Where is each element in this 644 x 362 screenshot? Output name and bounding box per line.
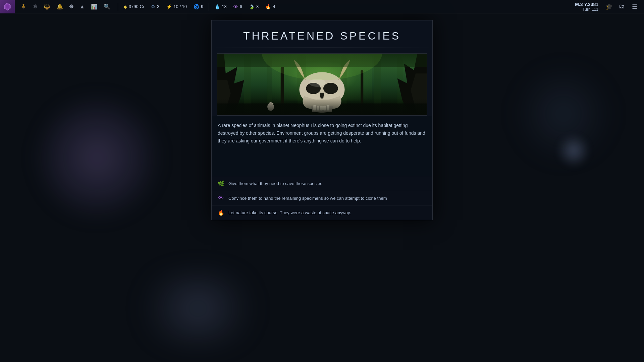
eye-value: 6 [240, 4, 242, 9]
topbar: 🧍 ⚛ 🔱 🔔 ❋ ▲ 📊 🔍 ◆ 3790 Cr ⚙ 3 ⚡ 10 / 10 … [0, 0, 644, 13]
bio-resource: ⚡ 10 / 10 [163, 4, 190, 9]
resource-divider [209, 3, 209, 11]
swirl-icon: 🌀 [194, 4, 199, 9]
logo-icon [3, 2, 12, 11]
graduation-button[interactable]: 🎓 [604, 1, 614, 12]
trophy-nav-icon[interactable]: 🔔 [56, 3, 63, 10]
date-display: M.3 Y.2381 Turn 111 [575, 2, 598, 12]
choice-ignore-icon: 🔥 [218, 209, 224, 216]
drop-icon: 💧 [214, 4, 220, 9]
culture-nav-icon[interactable]: ⚛ [33, 3, 38, 10]
gear-value: 3 [157, 4, 159, 9]
turn-label: Turn 111 [575, 7, 598, 12]
swirl-resource: 🌀 9 [190, 4, 207, 9]
credits-icon: ◆ [123, 4, 127, 9]
choice-clone-button[interactable]: 👁 Convince them to hand the remaining sp… [212, 191, 432, 205]
drop-resource: 💧 13 [211, 4, 230, 9]
choice-save-icon: 🌿 [218, 180, 224, 187]
swirl-value: 9 [201, 4, 203, 9]
game-logo[interactable] [0, 0, 15, 13]
main-date: M.3 Y.2381 [575, 2, 598, 7]
bg-glow-dots [557, 134, 590, 168]
menu-button[interactable]: ☰ [629, 1, 640, 12]
bg-decoration-bottom [127, 275, 268, 342]
nav-divider [118, 3, 118, 11]
bio-value: 10 / 10 [173, 4, 187, 9]
image-foreground-fade [217, 99, 427, 115]
choice-clone-icon: 👁 [218, 195, 224, 201]
credits-value: 3790 Cr [129, 4, 144, 9]
layers-button[interactable]: 🗂 [616, 1, 627, 12]
event-image [217, 54, 427, 115]
topbar-right: M.3 Y.2381 Turn 111 🎓 🗂 ☰ [575, 1, 644, 12]
title-separator [212, 48, 432, 48]
bg-decoration-left [40, 101, 154, 215]
choice-clone-text: Convince them to hand the remaining spec… [228, 196, 387, 201]
bio-icon: ⚡ [166, 4, 172, 9]
religion-nav-icon[interactable]: 🔱 [44, 3, 50, 10]
fire-value: 4 [273, 4, 275, 9]
people-nav-icon[interactable]: 🧍 [20, 3, 27, 10]
credits-resource: ◆ 3790 Cr [120, 4, 148, 9]
stats-nav-icon[interactable]: 📊 [91, 3, 98, 10]
leaf-icon: 🍃 [249, 4, 255, 9]
eye-resource: 👁 6 [230, 4, 246, 9]
dialog-title: THREATENED SPECIES [212, 20, 432, 48]
svg-point-12 [323, 83, 338, 94]
resource-bar: ◆ 3790 Cr ⚙ 3 ⚡ 10 / 10 🌀 9 💧 13 👁 6 🍃 3 [120, 3, 279, 11]
fire-resource: 🔥 4 [262, 4, 278, 9]
drop-value: 13 [222, 4, 226, 9]
choice-save-button[interactable]: 🌿 Give them what they need to save these… [212, 176, 432, 191]
event-image-container [217, 53, 427, 116]
event-body: A rare species of animals in planet Neop… [212, 116, 432, 176]
nav-icons: 🧍 ⚛ 🔱 🔔 ❋ ▲ 📊 🔍 [15, 3, 116, 10]
leaf-value: 3 [256, 4, 259, 9]
capital-nav-icon[interactable]: ▲ [79, 4, 85, 10]
choice-ignore-text: Let nature take its course. They were a … [228, 210, 351, 215]
choice-ignore-button[interactable]: 🔥 Let nature take its course. They were … [212, 205, 432, 220]
svg-point-22 [262, 54, 382, 80]
choices-list: 🌿 Give them what they need to save these… [212, 176, 432, 220]
event-dialog: THREATENED SPECIES [211, 20, 433, 220]
search-nav-icon[interactable]: 🔍 [104, 3, 110, 10]
snowflake-nav-icon[interactable]: ❋ [69, 3, 73, 10]
event-description: A rare species of animals in planet Neop… [218, 122, 426, 145]
gear-resource: ⚙ 3 [148, 4, 163, 9]
leaf-resource: 🍃 3 [246, 4, 262, 9]
gear-icon: ⚙ [151, 4, 155, 9]
fire-icon: 🔥 [265, 4, 271, 9]
eye-icon: 👁 [233, 4, 238, 9]
choice-save-text: Give them what they need to save these s… [228, 181, 322, 186]
